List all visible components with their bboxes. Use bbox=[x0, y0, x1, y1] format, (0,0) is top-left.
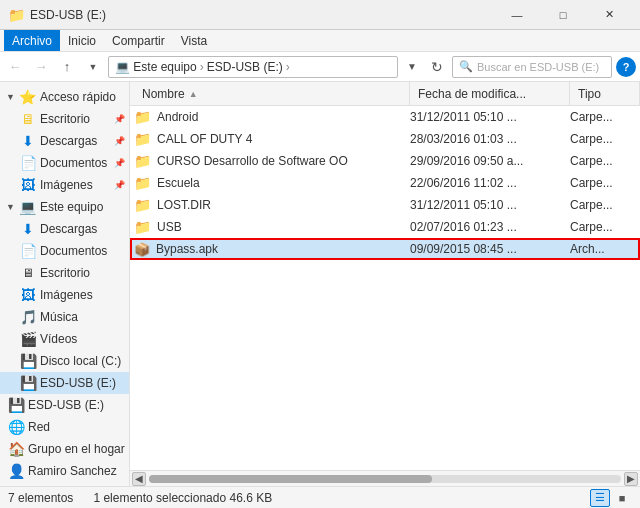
file-row-6[interactable]: 📦 Bypass.apk 09/09/2015 08:45 ... Arch..… bbox=[130, 238, 640, 260]
minimize-button[interactable]: — bbox=[494, 0, 540, 30]
musica-pc-icon: 🎵 bbox=[20, 309, 36, 325]
sidebar-item-red-label: Red bbox=[28, 420, 50, 434]
sidebar-item-escritorio-pc[interactable]: 🖥 Escritorio bbox=[0, 262, 129, 284]
address-segment-drive: ESD-USB (E:) bbox=[207, 60, 283, 74]
menu-item-inicio[interactable]: Inicio bbox=[60, 30, 104, 51]
file-cell-type-0: Carpe... bbox=[570, 110, 640, 124]
title-bar: 📁 ESD-USB (E:) — □ ✕ bbox=[0, 0, 640, 30]
hscroll-left-button[interactable]: ◀ bbox=[132, 472, 146, 486]
sidebar-item-red[interactable]: 🌐 Red bbox=[0, 416, 129, 438]
folder-icon: 📁 bbox=[134, 153, 151, 169]
menu-item-archivo[interactable]: Archivo bbox=[4, 30, 60, 51]
sidebar-item-esd-usb-e[interactable]: 💾 ESD-USB (E:) bbox=[0, 372, 129, 394]
file-cell-name-3: 📁 Escuela bbox=[134, 175, 410, 191]
documentos-pc-icon: 📄 bbox=[20, 243, 36, 259]
imagenes-pc-icon: 🖼 bbox=[20, 287, 36, 303]
forward-button[interactable]: → bbox=[30, 56, 52, 78]
file-cell-name-4: 📁 LOST.DIR bbox=[134, 197, 410, 213]
sidebar-item-documentos-pc[interactable]: 📄 Documentos bbox=[0, 240, 129, 262]
details-view-button[interactable]: ☰ bbox=[590, 489, 610, 507]
sidebar-item-documentos-quick-label: Documentos bbox=[40, 156, 107, 170]
file-cell-date-3: 22/06/2016 11:02 ... bbox=[410, 176, 570, 190]
sidebar-item-esd-usb-other[interactable]: 💾 ESD-USB (E:) bbox=[0, 394, 129, 416]
hscroll-thumb bbox=[149, 475, 432, 483]
file-row-0[interactable]: 📁 Android 31/12/2011 05:10 ... Carpe... bbox=[130, 106, 640, 128]
videos-pc-icon: 🎬 bbox=[20, 331, 36, 347]
grupo-hogar-icon: 🏠 bbox=[8, 441, 24, 457]
sidebar-item-grupo-hogar[interactable]: 🏠 Grupo en el hogar bbox=[0, 438, 129, 460]
file-cell-date-2: 29/09/2016 09:50 a... bbox=[410, 154, 570, 168]
sidebar-item-disco-c-label: Disco local (C:) bbox=[40, 354, 121, 368]
sidebar-item-descargas-pc-label: Descargas bbox=[40, 222, 97, 236]
back-button[interactable]: ← bbox=[4, 56, 26, 78]
file-cell-date-1: 28/03/2016 01:03 ... bbox=[410, 132, 570, 146]
file-row-4[interactable]: 📁 LOST.DIR 31/12/2011 05:10 ... Carpe... bbox=[130, 194, 640, 216]
sidebar-item-imagenes-pc[interactable]: 🖼 Imágenes bbox=[0, 284, 129, 306]
sidebar-item-user[interactable]: 👤 Ramiro Sanchez bbox=[0, 460, 129, 482]
sidebar-item-descargas-pc[interactable]: ⬇ Descargas bbox=[0, 218, 129, 240]
address-segment-computer: 💻 Este equipo bbox=[115, 60, 197, 74]
selected-info: 1 elemento seleccionado 46.6 KB bbox=[93, 491, 272, 505]
col-header-date[interactable]: Fecha de modifica... bbox=[410, 82, 570, 105]
file-row-1[interactable]: 📁 CALL OF DUTY 4 28/03/2016 01:03 ... Ca… bbox=[130, 128, 640, 150]
file-row-2[interactable]: 📁 CURSO Desarrollo de Software OO 29/09/… bbox=[130, 150, 640, 172]
pin-icon-2: 📌 bbox=[114, 136, 125, 146]
sidebar-header-quick-access[interactable]: ▼ ⭐ Acceso rápido bbox=[0, 86, 129, 108]
file-cell-type-4: Carpe... bbox=[570, 198, 640, 212]
sidebar-item-descargas-quick[interactable]: ⬇ Descargas 📌 bbox=[0, 130, 129, 152]
file-cell-date-6: 09/09/2015 08:45 ... bbox=[410, 242, 570, 256]
sidebar-item-musica-pc-label: Música bbox=[40, 310, 78, 324]
expand-this-pc-icon: ▼ bbox=[6, 202, 15, 212]
quick-access-label: Acceso rápido bbox=[40, 90, 116, 104]
descargas-pc-icon: ⬇ bbox=[20, 221, 36, 237]
sidebar-item-disco-c[interactable]: 💾 Disco local (C:) bbox=[0, 350, 129, 372]
sidebar-item-escritorio-quick-label: Escritorio bbox=[40, 112, 90, 126]
sidebar-item-videos-pc-label: Vídeos bbox=[40, 332, 77, 346]
hscroll-right-button[interactable]: ▶ bbox=[624, 472, 638, 486]
maximize-button[interactable]: □ bbox=[540, 0, 586, 30]
file-cell-type-1: Carpe... bbox=[570, 132, 640, 146]
window-controls: — □ ✕ bbox=[494, 0, 632, 30]
file-row-5[interactable]: 📁 USB 02/07/2016 01:23 ... Carpe... bbox=[130, 216, 640, 238]
title-bar-left: 📁 ESD-USB (E:) bbox=[8, 7, 106, 23]
sort-arrow-name: ▲ bbox=[189, 89, 198, 99]
large-icons-view-button[interactable]: ■ bbox=[612, 489, 632, 507]
imagenes-quick-icon: 🖼 bbox=[20, 177, 36, 193]
sidebar-header-this-pc[interactable]: ▼ 💻 Este equipo bbox=[0, 196, 129, 218]
close-button[interactable]: ✕ bbox=[586, 0, 632, 30]
apk-icon: 📦 bbox=[134, 242, 150, 257]
sidebar-item-documentos-quick[interactable]: 📄 Documentos 📌 bbox=[0, 152, 129, 174]
file-cell-date-5: 02/07/2016 01:23 ... bbox=[410, 220, 570, 234]
recent-locations-button[interactable]: ▼ bbox=[82, 56, 104, 78]
info-button[interactable]: ? bbox=[616, 57, 636, 77]
up-button[interactable]: ↑ bbox=[56, 56, 78, 78]
file-name-4: LOST.DIR bbox=[157, 198, 211, 212]
refresh-button[interactable]: ↻ bbox=[426, 56, 448, 78]
search-box[interactable]: 🔍 Buscar en ESD-USB (E:) bbox=[452, 56, 612, 78]
sidebar-item-imagenes-quick[interactable]: 🖼 Imágenes 📌 bbox=[0, 174, 129, 196]
file-row-3[interactable]: 📁 Escuela 22/06/2016 11:02 ... Carpe... bbox=[130, 172, 640, 194]
sidebar-item-escritorio-quick[interactable]: 🖥 Escritorio 📌 bbox=[0, 108, 129, 130]
address-dropdown-button[interactable]: ▼ bbox=[402, 56, 422, 78]
content-area: Nombre ▲ Fecha de modifica... Tipo 📁 And… bbox=[130, 82, 640, 486]
sidebar-item-user-label: Ramiro Sanchez bbox=[28, 464, 117, 478]
items-count: 7 elementos bbox=[8, 491, 73, 505]
pin-icon: 📌 bbox=[114, 114, 125, 124]
address-path[interactable]: 💻 Este equipo › ESD-USB (E:) › bbox=[108, 56, 398, 78]
file-cell-type-2: Carpe... bbox=[570, 154, 640, 168]
esd-usb-other-icon: 💾 bbox=[8, 397, 24, 413]
horizontal-scrollbar[interactable]: ◀ ▶ bbox=[130, 470, 640, 486]
disco-c-icon: 💾 bbox=[20, 353, 36, 369]
hscroll-track[interactable] bbox=[149, 475, 621, 483]
expand-icon: ▼ bbox=[6, 92, 15, 102]
sidebar-item-musica-pc[interactable]: 🎵 Música bbox=[0, 306, 129, 328]
escritorio-quick-icon: 🖥 bbox=[20, 111, 36, 127]
menu-item-vista[interactable]: Vista bbox=[173, 30, 215, 51]
sidebar-item-videos-pc[interactable]: 🎬 Vídeos bbox=[0, 328, 129, 350]
col-header-name[interactable]: Nombre ▲ bbox=[134, 82, 410, 105]
file-cell-name-6: 📦 Bypass.apk bbox=[134, 242, 410, 257]
folder-icon: 📁 bbox=[134, 109, 151, 125]
file-cell-name-5: 📁 USB bbox=[134, 219, 410, 235]
col-header-type[interactable]: Tipo bbox=[570, 82, 640, 105]
menu-item-compartir[interactable]: Compartir bbox=[104, 30, 173, 51]
